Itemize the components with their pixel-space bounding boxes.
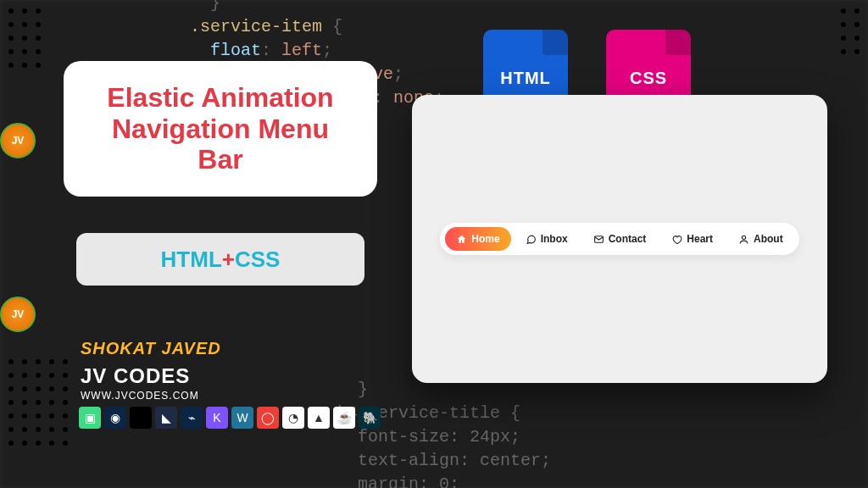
flutter-icon: ◣ <box>155 407 177 429</box>
nav-item-heart[interactable]: Heart <box>660 227 724 251</box>
navigation-bar: HomeInboxContactHeartAbout <box>440 223 798 255</box>
home-icon <box>456 234 467 245</box>
decorative-dots <box>8 359 68 446</box>
nav-item-about[interactable]: About <box>727 227 794 251</box>
heart-icon <box>671 234 682 245</box>
hero-subtitle-panel: HTML + CSS <box>76 233 364 286</box>
android-icon: ▣ <box>79 407 101 429</box>
nav-item-label: Inbox <box>541 233 568 245</box>
file-icon-label: HTML <box>500 69 551 88</box>
firebase-icon: ▲ <box>308 407 330 429</box>
file-icon-label: CSS <box>630 69 667 88</box>
wordpress-icon: W <box>231 407 253 429</box>
nav-item-contact[interactable]: Contact <box>582 227 658 251</box>
svg-point-1 <box>742 236 745 239</box>
hero-title-panel: Elastic Animation Navigation Menu Bar <box>64 61 377 197</box>
jv-badge-icon: JV <box>0 297 36 332</box>
site-name: JV CODES <box>81 364 190 388</box>
git-icon: ◔ <box>282 407 304 429</box>
html5-icon: ◉ <box>104 407 126 429</box>
decorative-dots <box>8 8 41 68</box>
vscode-icon: ⌁ <box>181 407 203 429</box>
nav-item-home[interactable]: Home <box>445 227 510 251</box>
gradle-icon: 🐘 <box>359 407 381 429</box>
subtitle-plus: + <box>222 247 235 273</box>
kotlin-icon: K <box>206 407 228 429</box>
nav-item-inbox[interactable]: Inbox <box>515 227 579 251</box>
preview-card: HomeInboxContactHeartAbout <box>412 95 827 383</box>
chat-icon <box>526 234 537 245</box>
user-icon <box>738 234 749 245</box>
hero-title-line: Navigation Menu <box>112 114 329 144</box>
hero-title: Elastic Animation Navigation Menu Bar <box>107 82 333 175</box>
nav-item-label: Home <box>471 233 499 245</box>
mail-icon <box>593 234 604 245</box>
subtitle-css: CSS <box>235 247 280 273</box>
jv-badge-icon: JV <box>0 123 36 158</box>
java-icon: ☕ <box>333 407 355 429</box>
nav-item-label: About <box>754 233 783 245</box>
apple-icon <box>130 407 152 429</box>
hero-title-line: Elastic Animation <box>107 82 333 113</box>
nav-item-label: Contact <box>609 233 647 245</box>
opensrc-icon: ◯ <box>257 407 279 429</box>
subtitle-html: HTML <box>161 247 222 273</box>
decorative-code-bottom: } h4.service-title { font-size: 24px; te… <box>297 378 551 488</box>
author-name: SHOKAT JAVED <box>81 339 221 358</box>
tech-icons-row: ▣◉◣⌁KW◯◔▲☕🐘 <box>79 407 381 429</box>
nav-item-label: Heart <box>687 233 713 245</box>
site-url: WWW.JVCODES.COM <box>81 390 199 402</box>
decorative-dots <box>841 8 860 54</box>
hero-title-line: Bar <box>198 144 242 175</box>
